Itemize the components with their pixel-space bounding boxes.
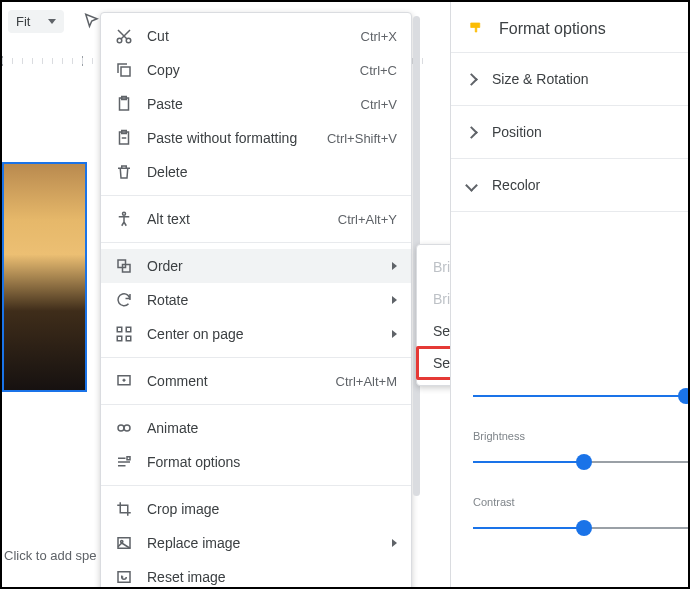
brightness-label: Brightness [473, 430, 686, 442]
accessibility-icon [115, 210, 133, 228]
menu-format-options[interactable]: Format options [101, 445, 411, 479]
slide-canvas [2, 162, 87, 547]
panel-recolor[interactable]: Recolor [451, 158, 690, 211]
paste-icon [115, 95, 133, 113]
menu-reset-image[interactable]: Reset image [101, 560, 411, 589]
chevron-right-icon [467, 71, 476, 87]
svg-rect-18 [126, 336, 131, 341]
menu-crop-image[interactable]: Crop image [101, 492, 411, 526]
context-menu: Cut Ctrl+X Copy Ctrl+C Paste Ctrl+V Past… [100, 12, 412, 589]
cut-icon [115, 27, 133, 45]
selected-image[interactable] [2, 162, 87, 392]
menu-alt-text[interactable]: Alt text Ctrl+Alt+Y [101, 202, 411, 236]
zoom-selector[interactable]: Fit [8, 10, 64, 33]
crop-icon [115, 500, 133, 518]
submenu-arrow-icon [392, 296, 397, 304]
separator [101, 357, 411, 358]
svg-point-20 [118, 425, 124, 431]
menu-copy[interactable]: Copy Ctrl+C [101, 53, 411, 87]
panel-position[interactable]: Position [451, 105, 690, 158]
separator [101, 485, 411, 486]
chevron-down-icon [467, 177, 476, 193]
menu-replace-image[interactable]: Replace image [101, 526, 411, 560]
menu-cut[interactable]: Cut Ctrl+X [101, 19, 411, 53]
animate-icon [115, 419, 133, 437]
panel-adjustments: Brightness Contrast [451, 211, 690, 546]
submenu-arrow-icon [392, 330, 397, 338]
speaker-notes[interactable]: Click to add spe [2, 541, 98, 569]
svg-point-21 [124, 425, 130, 431]
svg-rect-16 [126, 327, 131, 332]
submenu-arrow-icon [392, 539, 397, 547]
separator [101, 195, 411, 196]
menu-delete[interactable]: Delete [101, 155, 411, 189]
replace-image-icon [115, 534, 133, 552]
menu-animate[interactable]: Animate [101, 411, 411, 445]
zoom-label: Fit [16, 14, 30, 29]
menu-paste-without-formatting[interactable]: Paste without formatting Ctrl+Shift+V [101, 121, 411, 155]
order-icon [115, 257, 133, 275]
format-paint-icon [467, 20, 485, 38]
chevron-down-icon [48, 19, 56, 24]
chevron-right-icon [467, 124, 476, 140]
paste-plain-icon [115, 129, 133, 147]
menu-rotate[interactable]: Rotate [101, 283, 411, 317]
copy-icon [115, 61, 133, 79]
svg-rect-15 [117, 327, 122, 332]
select-icon[interactable] [82, 12, 100, 30]
contrast-label: Contrast [473, 496, 686, 508]
contrast-slider[interactable] [473, 520, 686, 536]
menu-order[interactable]: Order [101, 249, 411, 283]
menu-paste[interactable]: Paste Ctrl+V [101, 87, 411, 121]
svg-rect-17 [117, 336, 122, 341]
panel-title: Format options [451, 16, 690, 52]
slider-transparency-row [473, 388, 690, 404]
brightness-slider[interactable] [473, 454, 686, 470]
separator [101, 404, 411, 405]
panel-size-rotation[interactable]: Size & Rotation [451, 52, 690, 105]
submenu-arrow-icon [392, 262, 397, 270]
format-options-icon [115, 453, 133, 471]
separator [101, 242, 411, 243]
delete-icon [115, 163, 133, 181]
transparency-slider[interactable] [473, 388, 686, 404]
rotate-icon [115, 291, 133, 309]
format-options-panel: Format options Size & Rotation Position … [450, 2, 690, 587]
comment-icon [115, 372, 133, 390]
menu-comment[interactable]: Comment Ctrl+Alt+M [101, 364, 411, 398]
svg-rect-25 [118, 572, 130, 583]
svg-rect-7 [121, 67, 130, 76]
svg-rect-22 [127, 457, 130, 460]
svg-point-12 [123, 212, 126, 215]
center-icon [115, 325, 133, 343]
reset-image-icon [115, 568, 133, 586]
menu-center-on-page[interactable]: Center on page [101, 317, 411, 351]
